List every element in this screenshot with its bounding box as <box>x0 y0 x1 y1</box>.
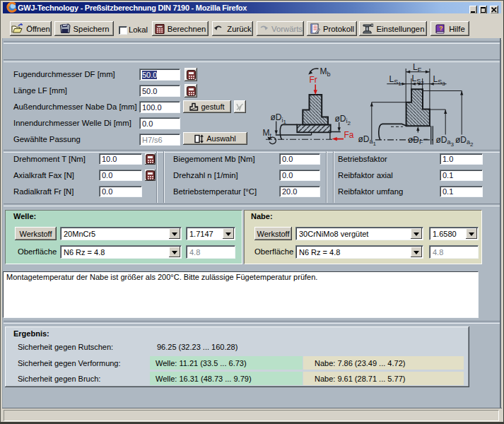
svg-text:LS3: LS3 <box>433 74 446 87</box>
svg-text:Mb: Mb <box>320 66 331 78</box>
svg-text:øDa1: øDa1 <box>358 134 377 147</box>
svg-text:Fr: Fr <box>310 75 317 85</box>
svg-text:Mt: Mt <box>263 128 272 139</box>
svg-text:?: ? <box>439 25 443 32</box>
svg-text:øDa3: øDa3 <box>436 135 455 148</box>
svg-text:øDa2: øDa2 <box>455 135 474 148</box>
svg-text:øDi2: øDi2 <box>335 114 351 126</box>
svg-text:LS1: LS1 <box>389 74 402 87</box>
svg-text:øDi1: øDi1 <box>271 112 287 125</box>
svg-text:Fa: Fa <box>344 130 354 140</box>
svg-text:øDF: øDF <box>408 135 423 146</box>
